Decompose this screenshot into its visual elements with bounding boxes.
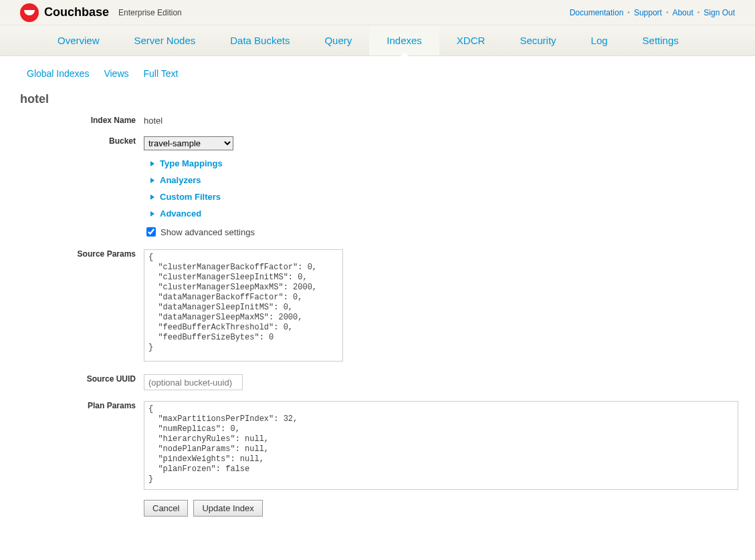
expand-label: Advanced bbox=[160, 208, 201, 219]
label-source-uuid: Source UUID bbox=[20, 372, 144, 384]
input-source-uuid[interactable] bbox=[144, 374, 243, 390]
expand-analyzers[interactable]: Analyzers bbox=[144, 175, 735, 185]
textarea-plan-params[interactable] bbox=[144, 401, 738, 490]
nav-security[interactable]: Security bbox=[502, 25, 573, 55]
checkbox-show-advanced[interactable] bbox=[146, 227, 156, 237]
row-bucket: Bucket travel-sample bbox=[20, 134, 735, 150]
sub-nav: Global Indexes Views Full Text bbox=[0, 56, 755, 87]
select-bucket[interactable]: travel-sample bbox=[144, 136, 233, 150]
top-bar: Couchbase Enterprise Edition Documentati… bbox=[0, 0, 755, 25]
expand-label: Type Mappings bbox=[160, 158, 223, 168]
brand-name: Couchbase bbox=[44, 5, 109, 19]
label-source-params: Source Params bbox=[20, 247, 144, 259]
subnav-full-text[interactable]: Full Text bbox=[144, 68, 179, 79]
nav-server-nodes[interactable]: Server Nodes bbox=[117, 25, 213, 55]
nav-data-buckets[interactable]: Data Buckets bbox=[213, 25, 307, 55]
separator-dot: • bbox=[697, 9, 700, 16]
subnav-global-indexes[interactable]: Global Indexes bbox=[27, 68, 89, 79]
row-plan-params: Plan Params bbox=[20, 398, 735, 492]
subnav-views[interactable]: Views bbox=[104, 68, 128, 79]
triangle-right-icon bbox=[150, 161, 154, 166]
nav-indexes[interactable]: Indexes bbox=[369, 25, 439, 55]
row-source-uuid: Source UUID bbox=[20, 372, 735, 390]
logo-wrap: Couchbase Enterprise Edition bbox=[20, 3, 182, 22]
edition-label: Enterprise Edition bbox=[118, 8, 182, 17]
nav-query[interactable]: Query bbox=[307, 25, 369, 55]
triangle-right-icon bbox=[150, 211, 154, 217]
row-index-name: Index Name hotel bbox=[20, 113, 735, 126]
expand-advanced[interactable]: Advanced bbox=[144, 208, 735, 219]
nav-xdcr[interactable]: XDCR bbox=[439, 25, 503, 55]
update-index-button[interactable]: Update Index bbox=[193, 500, 262, 517]
textarea-source-params[interactable] bbox=[144, 249, 343, 362]
value-index-name: hotel bbox=[144, 113, 735, 126]
expand-custom-filters[interactable]: Custom Filters bbox=[144, 192, 735, 202]
triangle-right-icon bbox=[150, 194, 154, 200]
nav-settings[interactable]: Settings bbox=[625, 25, 696, 55]
show-advanced-wrap: Show advanced settings bbox=[144, 225, 735, 239]
form-area: Index Name hotel Bucket travel-sample Ty… bbox=[0, 113, 755, 551]
label-show-advanced: Show advanced settings bbox=[160, 227, 255, 237]
button-row: Cancel Update Index bbox=[144, 500, 735, 517]
label-plan-params: Plan Params bbox=[20, 398, 144, 410]
couchbase-logo-icon bbox=[20, 3, 39, 22]
triangle-right-icon bbox=[150, 178, 154, 183]
expand-label: Custom Filters bbox=[160, 192, 221, 202]
label-bucket: Bucket bbox=[20, 134, 144, 146]
expand-list: Type Mappings Analyzers Custom Filters A… bbox=[144, 158, 735, 219]
link-signout[interactable]: Sign Out bbox=[704, 8, 735, 17]
nav-overview[interactable]: Overview bbox=[40, 25, 117, 55]
nav-log[interactable]: Log bbox=[574, 25, 625, 55]
link-about[interactable]: About bbox=[672, 8, 693, 17]
link-support[interactable]: Support bbox=[634, 8, 662, 17]
top-links: Documentation • Support • About • Sign O… bbox=[570, 8, 735, 17]
separator-dot: • bbox=[627, 9, 630, 16]
link-documentation[interactable]: Documentation bbox=[570, 8, 624, 17]
label-index-name: Index Name bbox=[20, 113, 144, 125]
expand-label: Analyzers bbox=[160, 175, 201, 185]
expand-type-mappings[interactable]: Type Mappings bbox=[144, 158, 735, 168]
main-nav: Overview Server Nodes Data Buckets Query… bbox=[0, 25, 755, 56]
page-title: hotel bbox=[0, 87, 755, 113]
row-source-params: Source Params bbox=[20, 247, 735, 364]
cancel-button[interactable]: Cancel bbox=[144, 500, 188, 517]
separator-dot: • bbox=[666, 9, 669, 16]
